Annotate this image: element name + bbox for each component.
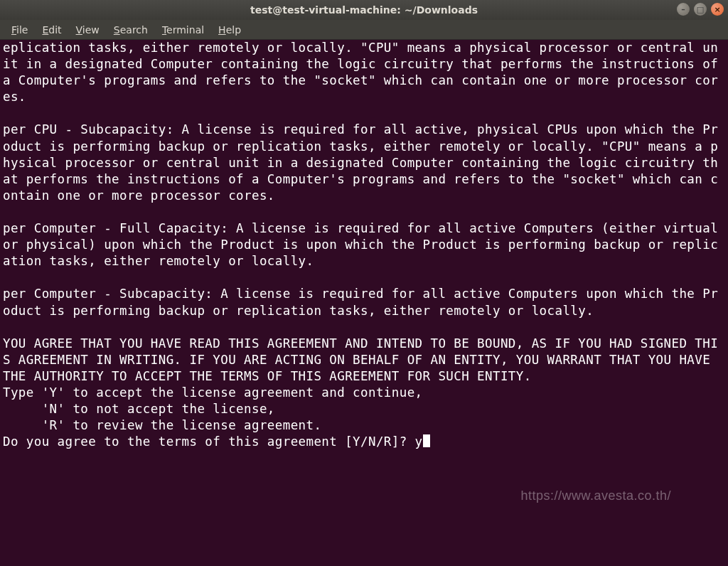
menu-search[interactable]: Search — [108, 23, 154, 37]
terminal-output: eplication tasks, either remotely or loc… — [3, 41, 726, 449]
menu-terminal[interactable]: Terminal — [156, 23, 210, 37]
menubar: File Edit View Search Terminal Help — [0, 20, 728, 40]
close-button[interactable]: × — [711, 3, 724, 16]
close-icon: × — [714, 5, 720, 14]
watermark-text: https://www.avesta.co.th/ — [520, 488, 671, 505]
minimize-icon: – — [681, 5, 685, 14]
window-controls: – □ × — [677, 3, 724, 16]
minimize-button[interactable]: – — [677, 3, 690, 16]
titlebar: test@test-virtual-machine: ~/Downloads –… — [0, 0, 728, 20]
cursor-icon — [423, 434, 430, 447]
menu-view[interactable]: View — [70, 23, 105, 37]
maximize-button[interactable]: □ — [694, 3, 707, 16]
window-title: test@test-virtual-machine: ~/Downloads — [250, 4, 478, 16]
terminal-viewport[interactable]: eplication tasks, either remotely or loc… — [0, 40, 728, 566]
terminal-input[interactable]: y — [415, 434, 423, 449]
menu-file[interactable]: File — [6, 23, 33, 37]
menu-edit[interactable]: Edit — [36, 23, 67, 37]
maximize-icon: □ — [697, 5, 704, 14]
menu-help[interactable]: Help — [213, 23, 247, 37]
terminal-window: test@test-virtual-machine: ~/Downloads –… — [0, 0, 728, 566]
